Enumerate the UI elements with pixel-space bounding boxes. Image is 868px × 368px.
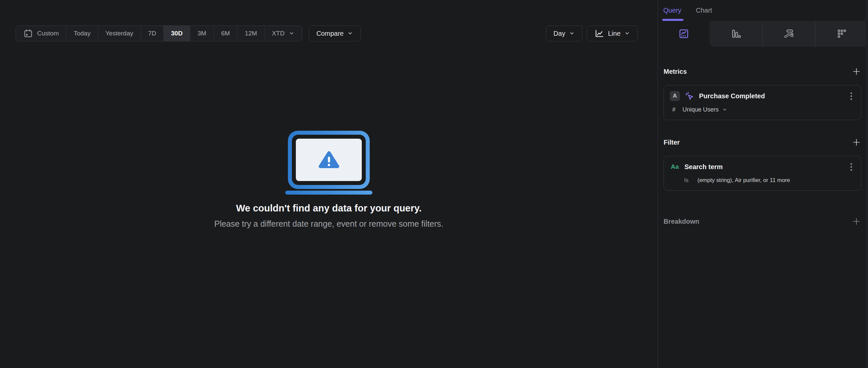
date-range-today-button[interactable]: Today [66,26,98,41]
retention-tab-icon [837,29,847,39]
date-range-30d-button[interactable]: 30D [163,26,190,41]
plus-icon [852,217,861,226]
calendar-icon [23,29,33,38]
chart-type-tabs [658,21,868,47]
chevron-down-icon [347,30,353,36]
metrics-section-title: Metrics [663,68,687,75]
plus-icon [852,138,861,146]
main-chart-area: Custom Today Yesterday 7D 30D 3M 6M 12M … [0,0,658,368]
tab-chart[interactable]: Chart [696,7,712,14]
empty-state: We couldn't find any data for your query… [0,131,658,229]
chart-style-dropdown[interactable]: Line [587,26,638,41]
compare-dropdown[interactable]: Compare [309,26,361,41]
metric-event-name[interactable]: Purchase Completed [699,92,765,100]
filter-section-title: Filter [663,139,680,146]
insights-tab-icon [679,29,689,39]
filter-values-summary[interactable]: (empty string), Air purifier, or 11 more [698,177,790,184]
add-metric-button[interactable] [851,67,861,76]
bar-tab-icon [731,29,741,39]
series-letter-badge: A [670,91,680,101]
chart-type-bar-tab[interactable] [710,21,762,47]
kebab-menu-icon[interactable] [847,163,855,171]
date-range-12m-button[interactable]: 12M [237,26,265,41]
tab-query[interactable]: Query [663,7,681,14]
active-tab-underline [662,19,683,21]
count-symbol: # [672,106,676,113]
filter-operator-dropdown[interactable]: Is [684,177,688,184]
empty-state-title: We couldn't find any data for your query… [236,203,422,214]
chart-type-insights-tab[interactable] [658,21,710,47]
date-range-7d-button[interactable]: 7D [141,26,163,41]
breakdown-section-title: Breakdown [663,218,700,225]
query-panel: Query Chart [658,0,868,368]
laptop-icon [288,131,370,189]
sidebar-scrollbar[interactable] [865,0,868,368]
chart-toolbar: Custom Today Yesterday 7D 30D 3M 6M 12M … [16,26,638,41]
laptop-base [285,191,372,195]
panel-tabs: Query Chart [658,0,868,21]
flows-tab-icon [783,29,794,39]
chevron-down-icon [624,30,630,36]
warning-triangle-icon [318,150,340,170]
string-property-icon: Aa [670,163,680,170]
chevron-down-icon [569,30,575,36]
aggregation-dropdown[interactable]: Unique Users [682,106,719,113]
metric-card[interactable]: A Purchase Completed # Unique Users [663,85,861,120]
chart-type-tab-group [710,21,868,47]
plus-icon [852,67,861,76]
date-range-3m-button[interactable]: 3M [190,26,213,41]
date-range-yesterday-button[interactable]: Yesterday [98,26,141,41]
filter-property-name[interactable]: Search term [684,163,723,171]
chart-type-retention-tab[interactable] [815,21,868,47]
add-breakdown-button[interactable] [851,216,861,226]
date-range-custom-button[interactable]: Custom [16,26,66,41]
date-range-xtd-dropdown[interactable]: XTD [265,26,302,41]
query-builder: Metrics A Purchase Completed [658,67,868,226]
granularity-dropdown[interactable]: Day [546,26,583,41]
kebab-menu-icon[interactable] [847,92,855,100]
empty-state-subtitle: Please try a different date range, event… [214,219,444,229]
line-chart-icon [594,29,604,38]
date-range-6m-button[interactable]: 6M [214,26,237,41]
filter-card[interactable]: Aa Search term Is (empty string), Air pu… [663,156,861,191]
chevron-down-icon [288,30,294,36]
cursor-click-icon [684,91,694,101]
chevron-down-icon[interactable] [722,107,727,112]
chart-type-flows-tab[interactable] [762,21,815,47]
date-range-label: Custom [37,30,59,37]
add-filter-button[interactable] [851,137,861,147]
date-range-segmented-control: Custom Today Yesterday 7D 30D 3M 6M 12M … [16,26,302,41]
